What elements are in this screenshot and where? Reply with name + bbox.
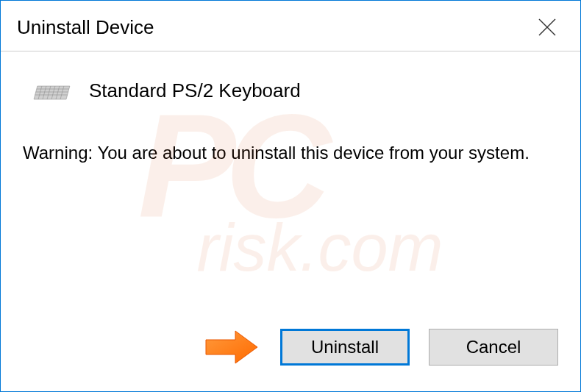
uninstall-device-dialog: Uninstall Device PC risk.com <box>0 0 581 392</box>
uninstall-button[interactable]: Uninstall <box>280 329 410 366</box>
dialog-content: Standard PS/2 Keyboard Warning: You are … <box>1 51 580 180</box>
device-row: Standard PS/2 Keyboard <box>30 79 558 102</box>
close-icon <box>538 18 557 37</box>
svg-rect-2 <box>34 86 70 99</box>
device-name: Standard PS/2 Keyboard <box>89 79 301 102</box>
button-row: Uninstall Cancel <box>202 325 558 369</box>
keyboard-icon <box>30 80 74 102</box>
watermark-risk: risk.com <box>197 210 443 285</box>
dialog-title: Uninstall Device <box>17 16 154 39</box>
warning-message: Warning: You are about to uninstall this… <box>23 140 558 165</box>
cancel-button[interactable]: Cancel <box>429 329 558 366</box>
titlebar: Uninstall Device <box>1 1 580 51</box>
close-button[interactable] <box>529 9 566 46</box>
arrow-indicator-icon <box>202 325 261 369</box>
